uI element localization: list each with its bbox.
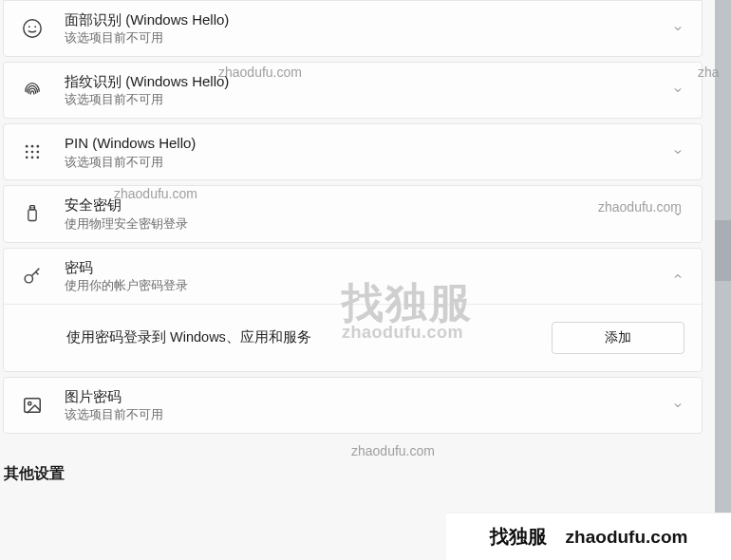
fingerprint-icon (21, 79, 44, 102)
chevron-down-icon (671, 145, 684, 159)
option-security-key[interactable]: 安全密钥 使用物理安全密钥登录 (4, 186, 702, 241)
banner-brand: 找独服 (490, 524, 547, 550)
usb-key-icon (21, 202, 44, 225)
option-subtitle: 使用物理安全密钥登录 (65, 216, 671, 233)
svg-point-9 (26, 157, 28, 159)
face-icon (21, 17, 44, 40)
option-title: 指纹识别 (Windows Hello) (65, 72, 671, 91)
svg-rect-13 (28, 210, 36, 221)
source-banner: 找独服 zhaodufu.com (446, 513, 731, 560)
keypad-icon (21, 140, 44, 163)
background-window-sliver (715, 0, 731, 560)
option-subtitle: 该选项目前不可用 (65, 92, 671, 108)
svg-point-7 (31, 151, 34, 154)
chevron-down-icon (671, 207, 684, 220)
add-password-button[interactable]: 添加 (552, 322, 684, 354)
option-password[interactable]: 密码 使用你的帐户密码登录 (4, 249, 702, 304)
option-title: 面部识别 (Windows Hello) (65, 10, 671, 29)
banner-domain: zhaodufu.com (566, 527, 688, 548)
option-fingerprint[interactable]: 指纹识别 (Windows Hello) 该选项目前不可用 (4, 63, 702, 118)
svg-point-3 (26, 145, 28, 148)
option-title: 安全密钥 (65, 196, 671, 215)
option-subtitle: 该选项目前不可用 (65, 407, 671, 423)
image-icon (21, 394, 44, 417)
svg-point-4 (31, 145, 34, 148)
option-subtitle: 该选项目前不可用 (65, 30, 671, 47)
option-pin[interactable]: PIN (Windows Hello) 该选项目前不可用 (4, 124, 702, 179)
password-description: 使用密码登录到 Windows、应用和服务 (66, 328, 311, 346)
chevron-down-icon (671, 84, 684, 97)
svg-point-6 (26, 151, 28, 154)
chevron-up-icon (671, 270, 684, 283)
chevron-down-icon (671, 399, 684, 412)
option-title: PIN (Windows Hello) (65, 134, 671, 153)
svg-point-0 (24, 20, 41, 37)
svg-point-10 (31, 157, 34, 159)
option-title: 密码 (65, 258, 671, 277)
svg-point-8 (37, 151, 40, 154)
option-title: 图片密码 (65, 387, 671, 406)
svg-point-2 (34, 26, 36, 28)
svg-point-16 (25, 274, 32, 282)
password-expanded-panel: 使用密码登录到 Windows、应用和服务 添加 (4, 304, 702, 371)
chevron-down-icon (671, 22, 684, 35)
option-subtitle: 该选项目前不可用 (65, 155, 671, 171)
svg-point-5 (37, 145, 40, 148)
svg-rect-17 (25, 398, 41, 412)
key-icon (21, 265, 44, 288)
svg-point-1 (28, 26, 30, 28)
svg-point-18 (28, 401, 31, 404)
svg-point-11 (37, 157, 40, 159)
option-picture-password[interactable]: 图片密码 该选项目前不可用 (4, 378, 702, 433)
option-face-recognition[interactable]: 面部识别 (Windows Hello) 该选项目前不可用 (4, 1, 702, 56)
option-subtitle: 使用你的帐户密码登录 (65, 278, 671, 294)
section-heading-other: 其他设置 (4, 464, 703, 484)
